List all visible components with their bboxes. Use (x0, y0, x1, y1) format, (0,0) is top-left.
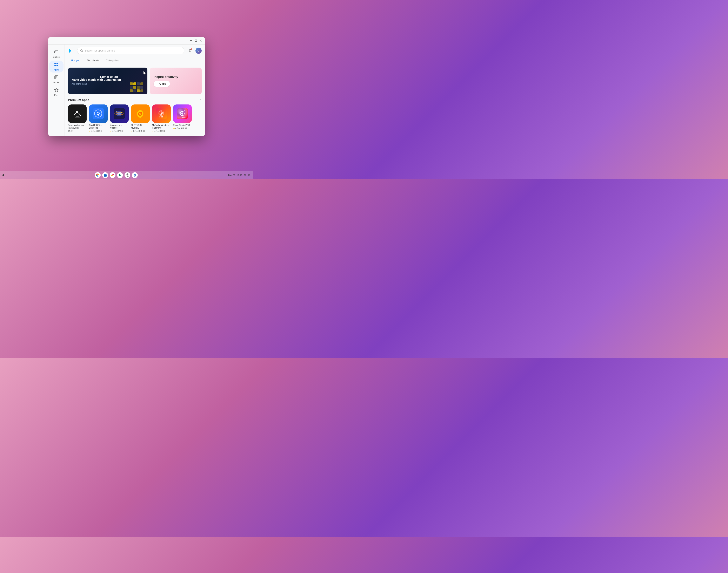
books-icon (54, 75, 58, 81)
svg-point-50 (184, 111, 185, 112)
svg-point-40 (140, 113, 141, 114)
app-card-quickedit[interactable]: Q QuickEdit Text Editor Pro ★ 4.2★ $3.99 (89, 104, 108, 132)
section-arrow-button[interactable]: → (198, 98, 202, 102)
app-meta-retro: $1.99 (68, 130, 87, 132)
svg-rect-59 (113, 175, 113, 176)
app-price-quickedit: $3.99 (96, 130, 102, 132)
sidebar-item-kids[interactable]: Kids (49, 86, 63, 98)
taskbar-chrome-button[interactable] (95, 172, 101, 178)
taskbar-right: Mar 30 12:10 (228, 174, 250, 176)
sidebar-item-games[interactable]: Games (49, 48, 63, 60)
app-card-photo[interactable]: PRO Photo Studio PRO ★ 4.5★ $19.99 (173, 104, 192, 132)
app-card-fl[interactable]: FL STUDIO MOBILE ★ 3.8★ $14.99 (131, 104, 150, 132)
svg-rect-61 (112, 174, 114, 175)
svg-point-55 (97, 175, 98, 176)
app-icon-photo: PRO (173, 104, 192, 123)
app-icon-myradar: PRO (152, 104, 171, 123)
taskbar-files-button[interactable] (102, 172, 108, 178)
app-rating-photo: 4.5★ (175, 127, 180, 129)
sidebar-item-books[interactable]: Books (49, 73, 63, 85)
play-store-window: Games Apps (48, 37, 205, 136)
taskbar-left (2, 174, 4, 176)
svg-rect-58 (112, 174, 112, 175)
app-meta-quickedit: ★ 4.2★ $3.99 (89, 130, 108, 132)
tab-top-charts[interactable]: Top charts (84, 57, 103, 64)
svg-text:PRO: PRO (159, 116, 163, 118)
app-rating-universe: 4.9★ (112, 130, 117, 132)
svg-rect-66 (250, 175, 250, 175)
app-price-photo: $19.99 (181, 127, 187, 129)
app-price-fl: $14.99 (139, 130, 145, 132)
taskbar-play-button[interactable] (117, 172, 123, 178)
battery-icon (248, 174, 250, 176)
kids-icon (54, 88, 58, 93)
notifications-button[interactable] (187, 47, 193, 54)
main-banner[interactable]: LumaFusion Make video magic with LumaFus… (68, 67, 148, 94)
app-meta-fl: ★ 3.8★ $14.99 (131, 130, 150, 132)
svg-rect-9 (54, 63, 56, 64)
app-rating-quickedit: 4.2★ (91, 130, 96, 132)
tab-categories[interactable]: Categories (103, 57, 122, 64)
svg-rect-1 (195, 40, 197, 42)
taskbar-time: 12:10 (237, 174, 242, 176)
svg-point-48 (181, 112, 183, 114)
app-name-quickedit: QuickEdit Text Editor Pro (89, 124, 108, 129)
app-price-universe: $2.99 (117, 130, 123, 132)
search-bar[interactable]: Search for apps & games (77, 47, 184, 54)
app-icon-fl (131, 104, 150, 123)
play-logo (68, 47, 75, 54)
app-name-universe: Universe in a Nutshell (110, 124, 129, 129)
title-bar (48, 37, 205, 45)
taskbar-shield-button[interactable] (132, 172, 138, 178)
app-name-retro: Retro Mode - Icon Pack (Light) (68, 124, 87, 129)
svg-point-34 (121, 112, 122, 113)
tab-for-you[interactable]: For you (68, 57, 84, 64)
app-card-retro[interactable]: Retro Mode - Icon Pack (Light) $1.99 (68, 104, 87, 132)
app-meta-universe: ★ 4.9★ $2.99 (110, 130, 129, 132)
section-title: Premium apps (68, 98, 89, 102)
app-icon-retro (68, 104, 87, 123)
svg-rect-57 (104, 174, 105, 175)
taskbar-dot (2, 174, 4, 176)
app-name-photo: Photo Studio PRO (173, 124, 192, 126)
app-card-universe[interactable]: Universe in a Nutshell ★ 4.9★ $2.99 (110, 104, 129, 132)
sidebar-item-apps[interactable]: Apps (49, 61, 63, 72)
app-rating-fl: 3.8★ (133, 130, 138, 132)
minimize-button[interactable] (189, 39, 193, 42)
app-card-myradar[interactable]: PRO MyRadar Weather Radar Pro ★ 4.5★ $3.… (152, 104, 171, 132)
taskbar-date: Mar 30 (228, 174, 235, 176)
svg-marker-62 (119, 174, 121, 176)
side-banner[interactable]: Inspire creativity Try app (150, 67, 201, 94)
close-button[interactable] (199, 39, 202, 42)
app-price-myradar: $3.99 (159, 130, 165, 132)
app-icon-universe (110, 104, 129, 123)
app-name-myradar: MyRadar Weather Radar Pro (152, 124, 171, 129)
taskbar: Mar 30 12:10 (0, 171, 253, 179)
svg-point-35 (116, 111, 117, 112)
svg-line-20 (82, 51, 83, 52)
banner-row: LumaFusion Make video magic with LumaFus… (68, 67, 202, 94)
maximize-button[interactable] (194, 39, 197, 42)
header-actions: U (187, 47, 202, 54)
svg-rect-0 (190, 40, 192, 41)
right-panel: Search for apps & games U (65, 45, 205, 136)
content-area: LumaFusion Make video magic with LumaFus… (65, 64, 205, 136)
try-app-button[interactable]: Try app (154, 81, 170, 87)
app-icon-quickedit: Q (89, 104, 108, 123)
taskbar-settings-button[interactable] (125, 172, 130, 178)
luma-brand: LumaFusion (100, 75, 118, 79)
svg-point-63 (127, 174, 128, 176)
main-content: Games Apps (48, 45, 205, 136)
svg-text:PRO: PRO (182, 117, 186, 118)
section-header: Premium apps → (68, 98, 202, 102)
app-name-fl: FL STUDIO MOBILE (131, 124, 150, 129)
avatar[interactable]: U (195, 48, 202, 54)
svg-rect-12 (56, 65, 58, 66)
app-meta-photo: ★ 4.5★ $19.99 (173, 127, 192, 129)
svg-point-8 (57, 52, 57, 52)
search-placeholder: Search for apps & games (85, 49, 181, 52)
taskbar-slack-button[interactable] (110, 172, 115, 178)
svg-point-36 (122, 114, 123, 115)
svg-text:Q: Q (96, 111, 100, 116)
sidebar-kids-label: Kids (54, 94, 58, 96)
